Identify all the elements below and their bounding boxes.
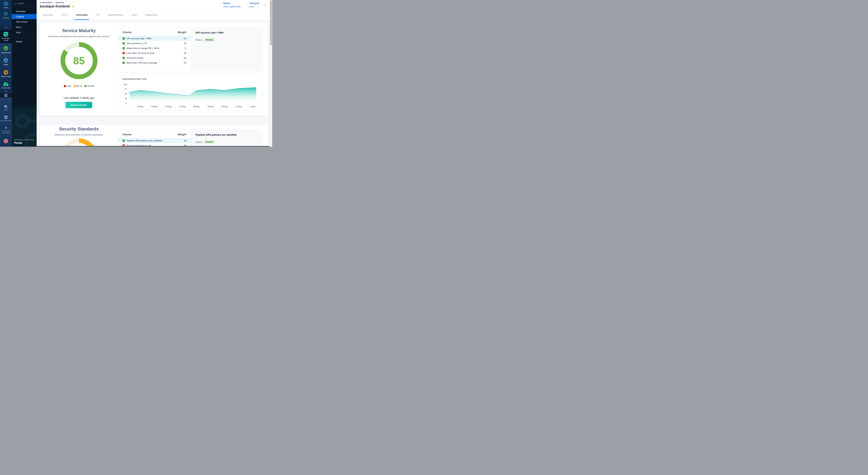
brand-name: Portal <box>14 142 34 145</box>
sidebar-item-admin[interactable]: Admin <box>12 39 37 44</box>
home-label: Home <box>4 7 8 9</box>
scorecard-title: Service Maturity <box>40 28 118 33</box>
collapse-dash-icon <box>4 27 7 28</box>
legend-item-mid: 50-74 <box>73 85 82 87</box>
sidebar-item-docs[interactable]: Docs <box>12 25 37 30</box>
sidebar-item-cloud-costs[interactable]: $ Cloud Costs <box>1 82 10 89</box>
check-detail-panel: API success rate > 99% Status: PASSED <box>191 28 262 70</box>
lifecycle-block[interactable]: Lifecycle prod <box>249 2 259 8</box>
check-row-error-prod[interactable]: × Less than 1% error in prod 15 <box>118 51 191 55</box>
check-detail-panel: Pipeline OPA policies are satisfied Stat… <box>191 130 262 147</box>
help-chat-icon: ? <box>4 105 8 108</box>
search-label: Search <box>17 2 24 5</box>
legend-dot-red <box>64 85 66 87</box>
scorecard-scroll-area: Service Maturity Measures development be… <box>37 20 270 147</box>
module-switcher-row[interactable] <box>0 93 12 98</box>
tab-api[interactable]: API <box>96 10 100 20</box>
y-tick-100: 100 <box>121 83 127 86</box>
cube-icon <box>4 11 8 16</box>
builds-label: Builds <box>4 64 8 66</box>
scrollbar-thumb[interactable] <box>270 0 272 45</box>
sidebar-item-builds[interactable]: Builds <box>4 58 8 66</box>
check-row-test-coverage[interactable]: ✓ More than 70% test coverage 20 <box>118 60 191 65</box>
sidebar-item-projects[interactable]: Projects <box>0 11 12 19</box>
check-passed-icon: ✓ <box>122 139 125 142</box>
sidebar-item-overview[interactable]: Overview <box>12 9 37 14</box>
tab-kubernetes[interactable]: Kubernetes <box>146 10 158 20</box>
scrollbar[interactable] <box>270 0 272 147</box>
rail-modules-section: ∞ Deployments Builds ⚑ Feature Flags $ C… <box>0 43 12 93</box>
page-header: COMPONENT — SERVICE boutique-frontend ★ … <box>37 0 270 10</box>
checks-table: Checks Weight ✓ API success rate > 99% 1… <box>118 28 191 70</box>
cloud-dollar-icon: $ <box>3 82 9 86</box>
check-passed-icon: ✓ <box>122 61 125 64</box>
main-content: COMPONENT — SERVICE boutique-frontend ★ … <box>37 0 270 147</box>
tab-scorecard[interactable]: Scorecard <box>76 10 88 20</box>
infinity-hexagon-icon: ∞ <box>3 46 8 51</box>
sidebar-item-account-settings[interactable]: ⚙ ACCOUNT SETTINGS <box>1 126 11 134</box>
y-tick-0: 0 <box>121 102 127 104</box>
legend-dot-amber <box>73 85 76 87</box>
sidebar-item-dashboards[interactable]: DASHBOARDS <box>1 116 11 122</box>
rail-collapse-handle[interactable] <box>0 25 12 30</box>
checks-column-header: Checks <box>122 133 132 136</box>
more-options-button[interactable] <box>265 3 267 7</box>
checks-column-header: Checks <box>122 31 132 34</box>
check-passed-icon: ✓ <box>122 47 125 50</box>
sidebar-search[interactable]: Search <box>12 0 37 7</box>
owner-label: Owner <box>223 2 241 4</box>
check-row-api-success[interactable]: ✓ API success rate > 99% 10 <box>118 36 191 41</box>
feature-flags-label: Feature Flags <box>1 76 11 78</box>
security-checks-panel: Checks Weight ✓ Pipeline OPA policies ar… <box>118 129 262 147</box>
sidebar-item-apis[interactable]: APIs <box>12 30 37 35</box>
tab-overview[interactable]: Overview <box>43 10 53 20</box>
rerun-checks-button[interactable]: Rerun Checks <box>65 102 92 108</box>
status-label: Status: <box>195 141 203 143</box>
area-chart <box>129 85 256 103</box>
check-row-techdocs[interactable]: ✓ TechDocs exists 30 <box>118 55 191 60</box>
projects-label: Projects <box>3 17 9 19</box>
dashboards-label: DASHBOARDS <box>1 120 11 122</box>
sidebar-item-home[interactable]: Home <box>0 2 12 9</box>
help-label: HELP <box>4 109 8 111</box>
rail-footer-section: ? HELP DASHBOARDS ⚙ ACCOUNT SETTINGS HM <box>0 98 12 147</box>
status-badge: PASSED <box>204 140 214 144</box>
gear-icon: ⚙ <box>4 126 7 129</box>
owner-block[interactable]: Owner field_engineering <box>223 2 241 8</box>
owner-value[interactable]: field_engineering <box>223 5 241 8</box>
avatar[interactable]: HM <box>4 139 8 143</box>
sidebar-item-feature-flags[interactable]: ⚑ Feature Flags <box>1 70 11 78</box>
security-donut-chart <box>60 138 98 147</box>
sidebar-item-deployments[interactable]: ∞ Deployments <box>1 46 10 54</box>
tab-cicd[interactable]: CI/CD <box>61 10 67 20</box>
scorecard-subtitle: Measures development best practices agai… <box>40 35 118 38</box>
developer-portal-label: Developer Portal <box>1 37 11 42</box>
chevron-down-icon[interactable] <box>5 91 7 92</box>
check-row-merge-pr[interactable]: ✓ Mean time to merge PR < 48 hr 5 <box>118 46 191 51</box>
check-failed-icon: × <box>122 52 125 54</box>
favorite-star-icon[interactable]: ★ <box>71 5 74 8</box>
weight-column-header: Weight <box>178 31 186 34</box>
entity-tabs: Overview CI/CD Scorecard API Dependencie… <box>37 10 270 20</box>
status-badge: PASSED <box>204 38 214 41</box>
tab-dependencies[interactable]: Dependencies <box>108 10 123 20</box>
check-passed-icon: ✓ <box>122 57 125 59</box>
check-row-java-lts[interactable]: ✓ Java version is LTS 20 <box>118 41 191 46</box>
sidebar-item-developer-portal[interactable]: Developer Portal <box>0 32 12 42</box>
icon-rail: Home Projects Developer Portal ∞ Deploym… <box>0 0 12 147</box>
sliders-icon <box>4 32 8 36</box>
cloud-costs-label: Cloud Costs <box>1 87 10 89</box>
tab-docs[interactable]: Docs <box>132 10 137 20</box>
sidebar-item-self-service[interactable]: Self service <box>12 19 37 25</box>
sidebar-item-help[interactable]: ? HELP <box>4 105 8 111</box>
check-row-opa-policies[interactable]: ✓ Pipeline OPA policies are satisfied 10 <box>118 138 191 143</box>
improvement-chart-panel: Improvement Over Time 100 75 50 25 0 <box>118 72 262 111</box>
y-tick-25: 25 <box>121 97 127 99</box>
sidebar-item-catalog[interactable]: Catalog <box>12 14 37 19</box>
page-title: boutique-frontend <box>40 4 70 8</box>
rail-primary-section: Home Projects <box>0 0 12 25</box>
lifecycle-value[interactable]: prod <box>249 5 259 8</box>
builds-magnifier-icon <box>4 58 8 63</box>
search-icon <box>14 3 16 4</box>
app-window: Home Projects Developer Portal ∞ Deploym… <box>0 0 272 147</box>
